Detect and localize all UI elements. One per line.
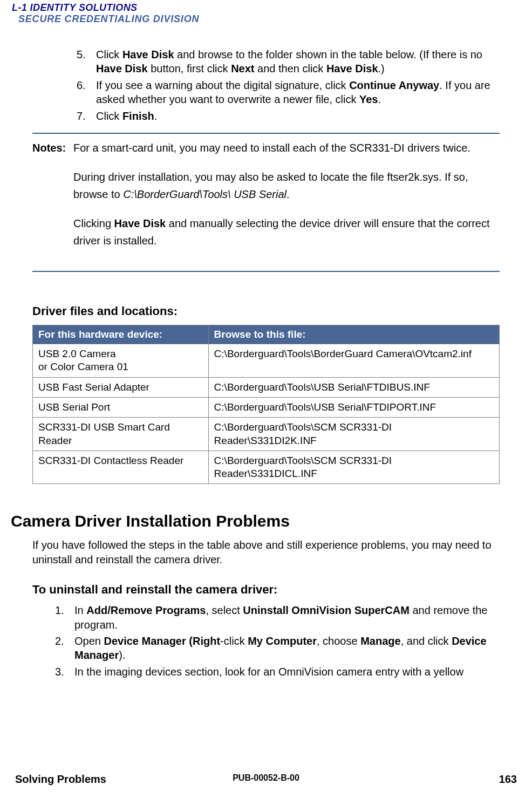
table-cell: C:\Borderguard\Tools\USB Serial\FTDIBUS.… — [208, 377, 499, 397]
table-cell: C:\Borderguard\Tools\SCM SCR331-DI Reade… — [208, 418, 499, 451]
table-row: USB Fast Serial AdapterC:\Borderguard\To… — [33, 377, 500, 397]
driver-table: For this hardware device:Browse to this … — [32, 325, 500, 485]
table-title: Driver files and locations: — [32, 304, 500, 318]
list-number: 3. — [55, 665, 74, 679]
footer-left: Solving Problems — [15, 773, 106, 786]
divider-bottom — [32, 271, 500, 272]
list-text: If you see a warning about the digital s… — [96, 78, 500, 107]
notes-label: Notes: — [32, 139, 73, 261]
list-number: 2. — [55, 634, 74, 663]
list-number: 1. — [55, 603, 74, 632]
list-item: 7.Click Finish. — [77, 109, 500, 123]
page-footer: Solving Problems PUB-00052-B-00 163 — [15, 773, 517, 786]
table-header-cell: For this hardware device: — [33, 325, 209, 344]
table-row: SCR331-DI USB Smart Card ReaderC:\Border… — [33, 418, 500, 451]
logo-line-2: SECURE CREDENTIALING DIVISION — [18, 13, 199, 25]
list-number: 6. — [77, 78, 96, 107]
divider-top — [32, 133, 500, 134]
list-item: 5.Click Have Disk and browse to the fold… — [77, 47, 500, 76]
list-item: 2.Open Device Manager (Right-click My Co… — [55, 634, 500, 663]
brand-logo: L-1 IDENTITY SOLUTIONS SECURE CREDENTIAL… — [12, 2, 199, 25]
ordered-list-bottom: 1.In Add/Remove Programs, select Uninsta… — [32, 603, 500, 679]
list-number: 5. — [77, 47, 96, 76]
table-cell: SCR331-DI USB Smart Card Reader — [33, 418, 209, 451]
section-intro: If you have followed the steps in the ta… — [32, 538, 500, 567]
footer-center: PUB-00052-B-00 — [233, 773, 299, 783]
table-row: USB 2.0 Cameraor Color Camera 01C:\Borde… — [33, 344, 500, 377]
list-text: In the imaging devices section, look for… — [74, 665, 500, 679]
notes-block: Notes: For a smart-card unit, you may ne… — [32, 139, 500, 261]
list-item: 3.In the imaging devices section, look f… — [55, 665, 500, 679]
list-number: 7. — [77, 109, 96, 123]
table-row: USB Serial PortC:\Borderguard\Tools\USB … — [33, 397, 500, 417]
table-header-cell: Browse to this file: — [208, 325, 499, 344]
table-row: SCR331-DI Contactless ReaderC:\Bordergua… — [33, 451, 500, 484]
list-text: Click Have Disk and browse to the folder… — [96, 47, 500, 76]
table-cell: USB Serial Port — [33, 397, 209, 417]
table-cell: C:\Borderguard\Tools\SCM SCR331-DI Reade… — [208, 451, 499, 484]
table-cell: C:\Borderguard\Tools\USB Serial\FTDIPORT… — [208, 397, 499, 417]
list-text: Click Finish. — [96, 109, 500, 123]
notes-paragraph: During driver installation, you may also… — [73, 168, 500, 203]
logo-line-1: L-1 IDENTITY SOLUTIONS — [12, 2, 199, 13]
table-cell: C:\Borderguard\Tools\BorderGuard Camera\… — [208, 344, 499, 377]
list-item: 6.If you see a warning about the digital… — [77, 78, 500, 107]
footer-right: 163 — [499, 773, 517, 786]
section-heading: Camera Driver Installation Problems — [11, 512, 500, 530]
ordered-list-top: 5.Click Have Disk and browse to the fold… — [32, 47, 500, 123]
table-cell: USB Fast Serial Adapter — [33, 377, 209, 397]
list-text: Open Device Manager (Right-click My Comp… — [74, 634, 500, 663]
table-cell: SCR331-DI Contactless Reader — [33, 451, 209, 484]
notes-body: For a smart-card unit, you may need to i… — [73, 139, 500, 261]
list-text: In Add/Remove Programs, select Uninstall… — [74, 603, 500, 632]
list-item: 1.In Add/Remove Programs, select Uninsta… — [55, 603, 500, 632]
notes-paragraph: For a smart-card unit, you may need to i… — [73, 139, 500, 156]
notes-paragraph: Clicking Have Disk and manually selectin… — [73, 215, 500, 249]
table-cell: USB 2.0 Cameraor Color Camera 01 — [33, 344, 209, 377]
section-subhead: To uninstall and reinstall the camera dr… — [32, 583, 500, 597]
